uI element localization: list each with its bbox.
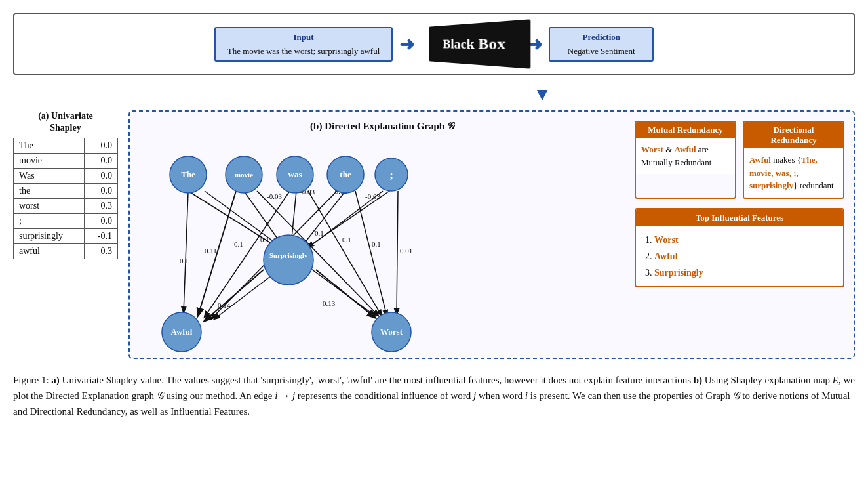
black-box: Black Box <box>429 19 530 68</box>
flow-diagram: Input The movie was the worst; surprisin… <box>13 13 855 75</box>
svg-text:;: ; <box>389 169 393 181</box>
graph-title: (b) Directed Explanation Graph 𝒢 <box>139 121 625 132</box>
shapley-word: worst <box>14 199 85 214</box>
shapley-word: awful <box>14 244 85 259</box>
svg-text:0.1: 0.1 <box>315 229 324 237</box>
svg-line-5 <box>184 192 188 312</box>
svg-text:0.1: 0.1 <box>180 257 189 264</box>
input-text: The movie was the worst; surprisingly aw… <box>227 46 380 56</box>
shapley-word: The <box>14 138 85 154</box>
svg-text:was: was <box>288 169 302 179</box>
directional-redundancy-card: Directional Redundancy Awful makes {The,… <box>743 121 844 199</box>
redundancy-row: Mutual Redundancy Worst & Awful areMutua… <box>635 121 844 199</box>
awful-text: Awful <box>675 144 696 154</box>
input-label: Input <box>227 32 380 43</box>
shapley-title: (a) UnivariateShapley <box>13 110 118 134</box>
feature-item-1: 1. Worst <box>645 232 834 248</box>
main-content: (a) UnivariateShapley The0.0movie0.0Was0… <box>13 110 855 359</box>
feature-item-2: 2. Awful <box>645 248 834 264</box>
shapley-value: 0.0 <box>85 154 118 169</box>
svg-text:movie: movie <box>235 171 253 178</box>
prediction-text: Negative Sentiment <box>562 46 641 56</box>
svg-line-16 <box>316 270 375 318</box>
input-box: Input The movie was the worst; surprisin… <box>214 27 393 62</box>
graph-section: (b) Directed Explanation Graph 𝒢 <box>139 121 625 348</box>
svg-text:Awful: Awful <box>171 327 193 337</box>
info-panel: Mutual Redundancy Worst & Awful areMutua… <box>635 121 844 287</box>
shapley-value: 0.0 <box>85 184 118 199</box>
svg-text:the: the <box>340 169 351 179</box>
svg-point-42 <box>264 235 313 285</box>
dashed-box: (b) Directed Explanation Graph 𝒢 <box>128 110 855 359</box>
svg-text:0.14: 0.14 <box>218 301 231 309</box>
mutual-redundancy-card: Mutual Redundancy Worst & Awful areMutua… <box>635 121 736 199</box>
mutual-redundancy-body: Worst & Awful areMutually Redundant <box>636 138 735 174</box>
shapley-word: the <box>14 184 85 199</box>
shapley-row: surprisingly-0.1 <box>14 229 118 244</box>
shapley-row: the0.0 <box>14 184 118 199</box>
shapley-row: Was0.0 <box>14 169 118 184</box>
shapley-value: -0.1 <box>85 229 118 244</box>
top-features-body: 1. Worst 2. Awful 3. Surprisingly <box>636 226 843 287</box>
shapley-word: Was <box>14 169 85 184</box>
svg-text:0.11: 0.11 <box>205 247 217 255</box>
arrow-down: ▼ <box>229 84 855 105</box>
figure-caption: Figure 1: a) Univariate Shapley value. T… <box>13 372 855 419</box>
shapley-value: 0.3 <box>85 244 118 259</box>
shapley-row: awful0.3 <box>14 244 118 259</box>
svg-line-15 <box>205 270 264 321</box>
svg-text:0.13: 0.13 <box>323 299 336 307</box>
directional-redundancy-header: Directional Redundancy <box>744 122 843 148</box>
shapley-row: worst0.3 <box>14 199 118 214</box>
svg-line-3 <box>302 191 345 247</box>
shapley-row: The0.0 <box>14 138 118 154</box>
shapley-value: 0.0 <box>85 214 118 229</box>
awful-dr-text: Awful <box>749 155 771 165</box>
prediction-label: Prediction <box>562 32 641 43</box>
shapley-word: surprisingly <box>14 229 85 244</box>
shapley-section: (a) UnivariateShapley The0.0movie0.0Was0… <box>13 110 118 259</box>
shapley-word: ; <box>14 214 85 229</box>
graph-svg-wrapper: -0.03 -0.03 -0.02 -0.03 0.1 0.11 0.1 0.1… <box>139 138 414 348</box>
top-features-header: Top Influential Features <box>636 209 843 226</box>
svg-text:0.1: 0.1 <box>372 240 381 248</box>
prediction-box: Prediction Negative Sentiment <box>549 27 654 62</box>
svg-text:The: The <box>181 169 195 179</box>
feature-item-3: 3. Surprisingly <box>645 264 834 281</box>
directional-redundancy-body: Awful makes {The,movie, was, ;,surprisin… <box>744 148 843 198</box>
svg-text:-0.03: -0.03 <box>365 192 380 200</box>
shapley-table: The0.0movie0.0Was0.0the0.0worst0.3;0.0su… <box>13 138 118 259</box>
top-features-card: Top Influential Features 1. Worst 2. Awf… <box>635 208 844 288</box>
worst-text: Worst <box>641 144 663 154</box>
svg-text:-0.03: -0.03 <box>267 192 282 200</box>
shapley-row: movie0.0 <box>14 154 118 169</box>
arrow-right-1: ➜ <box>399 33 414 55</box>
svg-line-12 <box>308 191 382 316</box>
graph-svg: -0.03 -0.03 -0.02 -0.03 0.1 0.11 0.1 0.1… <box>139 138 414 355</box>
svg-text:0.1: 0.1 <box>342 236 351 243</box>
svg-text:Worst: Worst <box>380 327 403 337</box>
shapley-value: 0.0 <box>85 138 118 154</box>
shapley-value: 0.0 <box>85 169 118 184</box>
svg-line-14 <box>397 191 398 314</box>
mutual-redundancy-header: Mutual Redundancy <box>636 122 735 138</box>
svg-text:0.01: 0.01 <box>400 247 412 255</box>
svg-text:0.1: 0.1 <box>260 236 269 243</box>
shapley-row: ;0.0 <box>14 214 118 229</box>
shapley-value: 0.3 <box>85 199 118 214</box>
shapley-word: movie <box>14 154 85 169</box>
svg-text:0.1: 0.1 <box>234 240 243 248</box>
svg-text:Surprisingly: Surprisingly <box>269 251 308 259</box>
